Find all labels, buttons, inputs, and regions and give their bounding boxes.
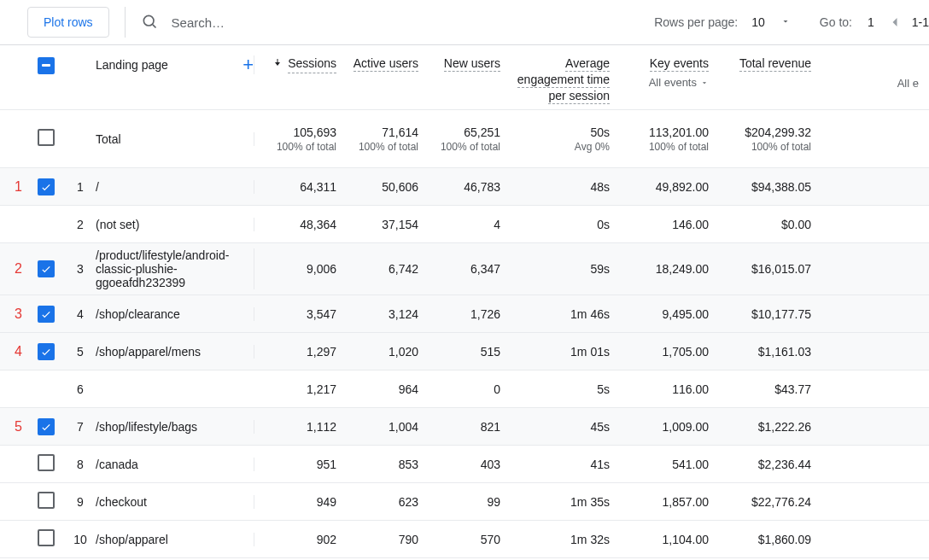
total-key-events-pct: 100% of total [620, 141, 709, 153]
row-index: 7 [65, 420, 96, 434]
search-input[interactable] [170, 15, 392, 31]
col-active-users-label: Active users [353, 56, 418, 72]
chevron-down-icon [780, 15, 791, 29]
divider [125, 7, 126, 38]
metric-cell: 99 [429, 495, 511, 509]
col-key-events[interactable]: Key events All events [620, 55, 719, 90]
metric-cell: 1,104.00 [620, 533, 719, 546]
metric-cell: $1,860.09 [719, 533, 821, 546]
landing-page-cell[interactable]: (not set) [96, 218, 254, 231]
metric-cell: 6,347 [429, 262, 511, 276]
prev-page-button[interactable] [886, 14, 903, 31]
metric-cell: 1,705.00 [620, 345, 719, 359]
metric-cell: 1m 01s [511, 345, 620, 359]
metric-cell: 3,124 [347, 307, 429, 321]
row-checkbox[interactable] [38, 454, 55, 471]
row-checkbox[interactable] [38, 529, 55, 546]
metric-cell: $94,388.05 [719, 180, 821, 194]
metric-cell: 1m 35s [511, 495, 620, 509]
table-row: 34/shop/clearance3,5473,1241,7261m 46s9,… [0, 295, 929, 333]
metric-cell: 37,154 [347, 218, 429, 231]
row-index: 9 [65, 495, 96, 509]
metric-cell: 853 [347, 458, 429, 471]
landing-page-cell[interactable]: /shop/lifestyle/bags [96, 420, 254, 434]
col-avg-engagement-label: Average engagement time per session [517, 56, 610, 104]
metric-cell: 4 [429, 218, 511, 231]
row-checkbox[interactable] [38, 260, 55, 277]
row-checkbox[interactable] [38, 306, 55, 323]
metric-cell: 1,217 [254, 382, 347, 396]
total-sessions-pct: 100% of total [254, 141, 336, 153]
table-row: 2(not set)48,36437,15440s146.00$0.00 [0, 206, 929, 243]
total-checkbox[interactable] [38, 129, 55, 146]
metric-cell: 9,495.00 [620, 307, 719, 321]
metric-cell: $2,236.44 [719, 458, 821, 471]
metric-cell: $1,222.26 [719, 420, 821, 434]
sort-desc-icon [272, 55, 283, 72]
metric-cell: 6,742 [347, 262, 429, 276]
landing-page-cell[interactable]: /checkout [96, 495, 254, 509]
metric-cell: 41s [511, 458, 620, 471]
metric-cell: 964 [347, 382, 429, 396]
metric-cell: 541.00 [620, 458, 719, 471]
row-annotation: 3 [0, 306, 27, 322]
table-row: 57/shop/lifestyle/bags1,1121,00482145s1,… [0, 408, 929, 446]
total-new-users: 65,251 [429, 125, 500, 139]
metric-cell: 1,004 [347, 420, 429, 434]
metric-cell: 515 [429, 345, 511, 359]
metric-cell: 116.00 [620, 382, 719, 396]
landing-page-cell[interactable]: /shop/apparel [96, 533, 254, 546]
plot-rows-button[interactable]: Plot rows [27, 7, 109, 38]
col-new-users-label: New users [444, 56, 500, 72]
col-new-users[interactable]: New users [429, 55, 511, 72]
col-active-users[interactable]: Active users [347, 55, 429, 72]
search-icon [141, 13, 158, 32]
table-row: 10/shop/apparel9027905701m 32s1,104.00$1… [0, 521, 929, 558]
metric-cell: 3,547 [254, 307, 347, 321]
metric-cell: 0s [511, 218, 620, 231]
metric-cell: 18,249.00 [620, 262, 719, 276]
metric-cell: 1,297 [254, 345, 347, 359]
total-revenue-pct: 100% of total [719, 141, 811, 153]
landing-page-cell[interactable]: /product/lifestyle/android-classic-plush… [96, 248, 254, 289]
table-row: 9/checkout949623991m 35s1,857.00$22,776.… [0, 483, 929, 521]
metric-cell: 5s [511, 382, 620, 396]
metric-cell: 49,892.00 [620, 180, 719, 194]
total-active-users: 71,614 [347, 125, 418, 139]
dimension-header[interactable]: Landing page [96, 58, 168, 72]
rows-per-page-value: 10 [751, 15, 765, 29]
row-checkbox[interactable] [38, 178, 55, 195]
extra-col-filter[interactable]: All e [821, 76, 919, 91]
col-total-revenue-label: Total revenue [739, 56, 811, 72]
col-sessions-label: Sessions [288, 55, 336, 73]
select-all-checkbox[interactable] [38, 57, 55, 74]
row-checkbox[interactable] [38, 418, 55, 435]
landing-page-cell[interactable]: /shop/apparel/mens [96, 345, 254, 359]
col-sessions[interactable]: Sessions [254, 55, 347, 73]
col-total-revenue[interactable]: Total revenue [719, 55, 821, 72]
row-index: 2 [65, 218, 96, 231]
metric-cell: 45s [511, 420, 620, 434]
row-index: 6 [65, 382, 96, 396]
metric-cell: 1,726 [429, 307, 511, 321]
add-dimension-button[interactable]: + [242, 55, 254, 74]
col-avg-engagement[interactable]: Average engagement time per session [511, 55, 620, 104]
key-events-filter[interactable]: All events [620, 75, 709, 90]
rows-per-page-select[interactable]: 10 [746, 15, 796, 29]
total-engagement-pct: Avg 0% [511, 141, 610, 153]
row-index: 5 [65, 345, 96, 359]
landing-page-cell[interactable]: /canada [96, 458, 254, 471]
total-new-users-pct: 100% of total [429, 141, 500, 153]
total-engagement: 50s [511, 125, 610, 139]
row-index: 8 [65, 458, 96, 471]
row-checkbox[interactable] [38, 492, 55, 509]
goto-value[interactable]: 1 [868, 15, 874, 29]
metric-cell: 403 [429, 458, 511, 471]
metric-cell: 1,112 [254, 420, 347, 434]
row-checkbox[interactable] [38, 343, 55, 360]
row-annotation: 5 [0, 419, 27, 435]
landing-page-cell[interactable]: / [96, 180, 254, 194]
svg-point-0 [143, 15, 154, 26]
landing-page-cell[interactable]: /shop/clearance [96, 307, 254, 321]
row-index: 4 [65, 307, 96, 321]
